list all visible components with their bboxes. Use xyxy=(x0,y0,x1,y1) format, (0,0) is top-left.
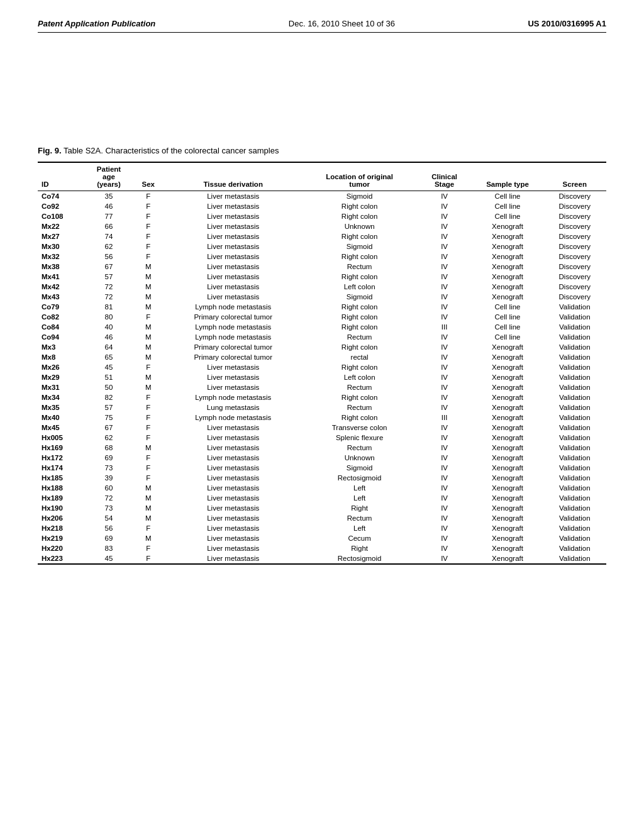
cell-age: 72 xyxy=(85,493,132,503)
cell-screen: Discovery xyxy=(543,211,606,221)
table-description: Characteristics of the colorectal cancer… xyxy=(105,146,279,155)
cell-screen: Validation xyxy=(543,402,606,412)
cell-sex: M xyxy=(133,382,164,392)
cell-location: rectal xyxy=(303,352,417,362)
cell-tissue: Liver metastasis xyxy=(164,553,303,564)
cell-sex: F xyxy=(133,312,164,322)
cell-sex: F xyxy=(133,252,164,262)
cell-sex: M xyxy=(133,302,164,312)
cell-tissue: Liver metastasis xyxy=(164,362,303,372)
cell-id: Co79 xyxy=(38,302,85,312)
cell-id: Mx43 xyxy=(38,292,85,302)
cell-id: Co82 xyxy=(38,312,85,322)
cell-tissue: Liver metastasis xyxy=(164,282,303,292)
cell-clinical: IV xyxy=(417,231,472,241)
cell-clinical: IV xyxy=(417,201,472,211)
table-row: Mx3482FLymph node metastasisRight colonI… xyxy=(38,392,606,402)
table-row: Mx364MPrimary colorectal tumorRight colo… xyxy=(38,342,606,352)
cell-sample_type: Xenograft xyxy=(472,523,543,533)
cell-sex: M xyxy=(133,272,164,282)
cell-clinical: IV xyxy=(417,352,472,362)
cell-location: Right colon xyxy=(303,211,417,221)
cell-age: 80 xyxy=(85,312,132,322)
cell-sex: F xyxy=(133,463,164,473)
table-row: Co7981MLymph node metastasisRight colonI… xyxy=(38,302,606,312)
cell-age: 68 xyxy=(85,443,132,453)
cell-tissue: Liver metastasis xyxy=(164,191,303,202)
cell-sample_type: Xenograft xyxy=(472,342,543,352)
cell-location: Rectosigmoid xyxy=(303,553,417,564)
table-row: Co8440MLymph node metastasisRight colonI… xyxy=(38,322,606,332)
page: Patent Application Publication Dec. 16, … xyxy=(0,0,644,830)
cell-screen: Validation xyxy=(543,362,606,372)
cell-location: Transverse colon xyxy=(303,423,417,433)
cell-sample_type: Xenograft xyxy=(472,382,543,392)
cell-sample_type: Xenograft xyxy=(472,231,543,241)
cell-sex: M xyxy=(133,493,164,503)
cell-screen: Discovery xyxy=(543,221,606,231)
cell-clinical: IV xyxy=(417,252,472,262)
cell-screen: Validation xyxy=(543,523,606,533)
cell-tissue: Lymph node metastasis xyxy=(164,322,303,332)
cell-age: 64 xyxy=(85,342,132,352)
table-row: Hx22083FLiver metastasisRightIVXenograft… xyxy=(38,543,606,553)
table-row: Co8280FPrimary colorectal tumorRight col… xyxy=(38,312,606,322)
cell-id: Hx005 xyxy=(38,433,85,443)
cell-location: Right colon xyxy=(303,312,417,322)
cell-screen: Validation xyxy=(543,433,606,443)
cell-age: 39 xyxy=(85,473,132,483)
cell-age: 83 xyxy=(85,543,132,553)
cell-sex: M xyxy=(133,483,164,493)
cell-tissue: Liver metastasis xyxy=(164,483,303,493)
cell-age: 62 xyxy=(85,241,132,252)
cell-age: 57 xyxy=(85,272,132,282)
cell-sample_type: Cell line xyxy=(472,322,543,332)
cell-sample_type: Xenograft xyxy=(472,352,543,362)
cell-sample_type: Xenograft xyxy=(472,392,543,402)
cell-id: Co94 xyxy=(38,332,85,342)
table-row: Mx4372MLiver metastasisSigmoidIVXenograf… xyxy=(38,292,606,302)
cell-tissue: Liver metastasis xyxy=(164,533,303,543)
cell-id: Co74 xyxy=(38,191,85,202)
cell-sample_type: Cell line xyxy=(472,332,543,342)
col-header-id: ID xyxy=(38,162,85,191)
cell-screen: Validation xyxy=(543,392,606,402)
cell-tissue: Primary colorectal tumor xyxy=(164,352,303,362)
cell-screen: Discovery xyxy=(543,292,606,302)
table-label: Table S2A. xyxy=(64,146,103,155)
cell-sample_type: Xenograft xyxy=(472,543,543,553)
col-header-clinical: ClinicalStage xyxy=(417,162,472,191)
cell-tissue: Liver metastasis xyxy=(164,453,303,463)
col-header-age: Patientage(years) xyxy=(85,162,132,191)
cell-sample_type: Xenograft xyxy=(472,402,543,412)
cell-sample_type: Xenograft xyxy=(472,221,543,231)
cell-clinical: IV xyxy=(417,402,472,412)
cell-tissue: Liver metastasis xyxy=(164,382,303,392)
cell-tissue: Liver metastasis xyxy=(164,252,303,262)
cell-screen: Validation xyxy=(543,543,606,553)
cell-screen: Validation xyxy=(543,412,606,423)
cell-tissue: Liver metastasis xyxy=(164,262,303,272)
cell-location: Left colon xyxy=(303,282,417,292)
cell-id: Mx40 xyxy=(38,412,85,423)
cell-sample_type: Xenograft xyxy=(472,272,543,282)
cell-clinical: IV xyxy=(417,211,472,221)
cell-location: Rectosigmoid xyxy=(303,473,417,483)
cell-clinical: IV xyxy=(417,423,472,433)
cell-tissue: Lymph node metastasis xyxy=(164,332,303,342)
table-row: Mx4272MLiver metastasisLeft colonIVXenog… xyxy=(38,282,606,292)
cell-clinical: IV xyxy=(417,503,472,513)
cell-age: 67 xyxy=(85,423,132,433)
cell-sample_type: Cell line xyxy=(472,201,543,211)
cell-screen: Validation xyxy=(543,332,606,342)
cell-clinical: IV xyxy=(417,392,472,402)
cell-sample_type: Cell line xyxy=(472,211,543,221)
cell-location: Sigmoid xyxy=(303,241,417,252)
cell-sample_type: Xenograft xyxy=(472,433,543,443)
cell-clinical: IV xyxy=(417,362,472,372)
cell-tissue: Liver metastasis xyxy=(164,272,303,282)
cell-clinical: III xyxy=(417,412,472,423)
table-row: Hx22345FLiver metastasisRectosigmoidIVXe… xyxy=(38,553,606,564)
cell-sex: F xyxy=(133,543,164,553)
cell-location: Left colon xyxy=(303,372,417,382)
